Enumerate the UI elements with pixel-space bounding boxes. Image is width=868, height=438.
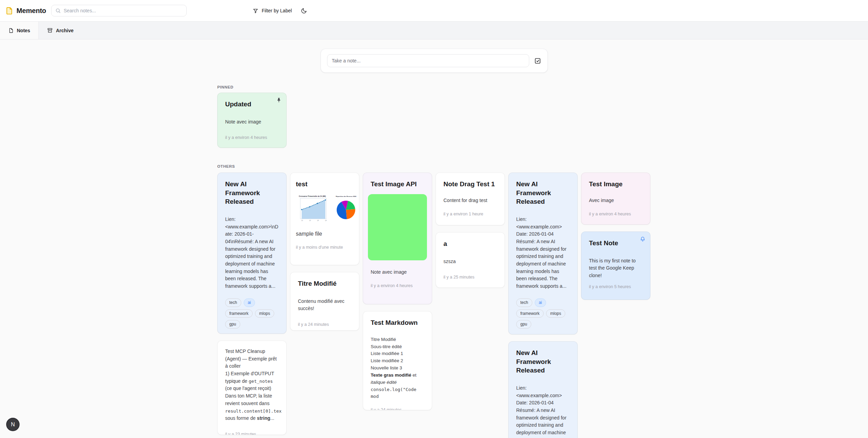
note-card-test-note[interactable]: Test Note This is my first note to test … — [581, 232, 650, 300]
markdown-line: Liste modifiée 2 — [371, 357, 424, 365]
note-timestamp: il y a environ 4 heures — [225, 135, 279, 140]
note-title: New AI Framework Released — [516, 348, 557, 375]
note-body: This is my first note to test the Google… — [589, 257, 643, 280]
search-box[interactable] — [51, 5, 187, 16]
app-logo-icon — [5, 7, 13, 15]
header: Memento Filter by Label — [0, 0, 868, 22]
tag-chip-gpu[interactable]: gpu — [225, 320, 240, 329]
note-timestamp: il y a 23 minutes — [225, 432, 279, 435]
note-title: Note Drag Test 1 — [443, 180, 497, 189]
filter-by-label-text: Filter by Label — [262, 8, 292, 13]
search-icon — [55, 8, 61, 13]
note-body: Content for drag test — [443, 197, 497, 204]
checkbox-icon — [534, 57, 541, 64]
tag-chip-gpu[interactable]: gpu — [516, 320, 531, 329]
tag-chip-tech[interactable]: tech — [516, 298, 532, 307]
pin-icon — [276, 97, 282, 104]
tag-chip-ai[interactable]: ai — [535, 298, 546, 307]
note-card-test-mcp-cleanup[interactable]: Test MCP Cleanup (Agent) — Exemple prêt … — [217, 341, 287, 435]
dark-mode-toggle[interactable] — [301, 8, 307, 14]
note-body: Avec image — [589, 197, 643, 204]
take-a-note-input[interactable] — [327, 54, 529, 67]
markdown-bold-text: Texte gras modifié — [371, 372, 411, 378]
tab-notes-label: Notes — [17, 28, 30, 33]
others-section-label: OTHERS — [217, 164, 651, 168]
note-body: Test MCP Cleanup (Agent) — Exemple prêt … — [225, 348, 279, 422]
note-card-new-ai-framework-3[interactable]: New AI Framework Released Lien: <www.exa… — [508, 341, 578, 438]
pinned-section-label: PINNED — [217, 85, 651, 89]
note-card-new-ai-framework-1[interactable]: New AI Framework Released Lien: <www.exa… — [217, 173, 287, 334]
search-input[interactable] — [63, 8, 183, 13]
note-title: a — [443, 239, 497, 248]
filter-by-label-button[interactable]: Filter by Label — [253, 8, 292, 14]
note-timestamp: il y a 25 minutes — [443, 275, 497, 280]
note-timestamp: il y a 24 minutes — [371, 407, 424, 410]
markdown-line-italic: italique édité — [371, 379, 424, 386]
note-card-test-image-api[interactable]: Test Image API Note avec image il y a en… — [363, 173, 432, 304]
note-body: Contenu modifié avec succès! — [298, 298, 351, 312]
tag-chip-mlops[interactable]: mlops — [255, 309, 274, 318]
svg-text:Q4: Q4 — [325, 220, 327, 221]
tag-chip-framework[interactable]: framework — [516, 309, 544, 318]
app-window: Memento Filter by Label Notes — [0, 0, 868, 438]
note-card-new-ai-framework-2[interactable]: New AI Framework Released Lien: <www.exa… — [508, 173, 578, 334]
tab-notes[interactable]: Notes — [0, 22, 39, 39]
funnel-icon — [253, 8, 258, 14]
note-body: Note avec image — [368, 269, 427, 276]
note-body: Lien: <www.example.com> Date: 2026-01-04… — [516, 216, 570, 290]
user-avatar-button[interactable]: N — [6, 418, 20, 431]
line-chart-thumbnail: Croissance Trimestrielle du CA (M€) Q1Q2… — [296, 194, 329, 224]
note-card-test[interactable]: test Croissance Trimestrielle du CA (M€) — [290, 173, 359, 265]
markdown-line: Titre Modifié — [371, 336, 424, 343]
markdown-line: Liste modifiée 1 — [371, 350, 424, 357]
note-body: Lien: <www.example.com>\nDate: 2026-01-0… — [225, 216, 279, 290]
note-timestamp: il y a environ 4 heures — [589, 212, 643, 216]
tab-archive[interactable]: Archive — [39, 22, 82, 39]
svg-text:Q2: Q2 — [309, 220, 311, 221]
tag-list: tech ai framework mlops gpu — [516, 298, 570, 329]
tag-list: tech ai framework mlops gpu — [225, 298, 279, 329]
reminder-button[interactable] — [639, 236, 646, 242]
note-card-updated[interactable]: Updated Note avec image il y a environ 4… — [217, 93, 287, 148]
tag-chip-ai[interactable]: ai — [244, 298, 255, 307]
markdown-bold-suffix: et — [411, 372, 416, 378]
tag-chip-framework[interactable]: framework — [225, 309, 253, 318]
note-title: Test Image — [589, 180, 643, 189]
unpin-button[interactable] — [276, 97, 282, 104]
board-column-2: test Croissance Trimestrielle du CA (M€) — [290, 173, 359, 331]
note-card-titre-modifie[interactable]: Titre Modifié Contenu modifié avec succè… — [290, 272, 359, 331]
note-card-note-drag-test-1[interactable]: Note Drag Test 1 Content for drag test i… — [436, 173, 505, 225]
tag-chip-mlops[interactable]: mlops — [546, 309, 565, 318]
brand: Memento — [5, 7, 46, 15]
tag-chip-tech[interactable]: tech — [225, 298, 241, 307]
new-checklist-button[interactable] — [534, 57, 541, 64]
note-title: New AI Framework Released — [516, 180, 557, 206]
app-title: Memento — [16, 7, 46, 15]
note-timestamp: il y a environ 4 heures — [368, 283, 427, 288]
mcp-code-get-notes: get_notes — [249, 379, 273, 384]
mcp-code-result-content: result.content[0].tex — [225, 409, 281, 414]
board-column-6: Test Image Avec image il y a environ 4 h… — [581, 173, 650, 300]
note-composer[interactable] — [321, 49, 548, 73]
notes-content: PINNED Updated Note avec image il y a en… — [217, 85, 651, 438]
avatar-initial: N — [11, 422, 15, 428]
notes-board: New AI Framework Released Lien: <www.exa… — [217, 173, 651, 438]
note-timestamp: il y a environ 5 heures — [589, 284, 643, 289]
note-body: Titre Modifié Sous-titre édité Liste mod… — [371, 336, 424, 400]
note-card-a[interactable]: a szsza il y a 25 minutes — [436, 232, 505, 288]
note-image-green — [368, 194, 427, 260]
note-timestamp: il y a 24 minutes — [298, 322, 351, 327]
note-card-test-markdown[interactable]: Test Markdown Titre Modifié Sous-titre é… — [363, 311, 432, 410]
tab-bar: Notes Archive — [0, 22, 868, 39]
note-body: sample file — [296, 230, 354, 238]
note-title: Titre Modifié — [298, 279, 351, 288]
note-title: New AI Framework Released — [225, 180, 266, 206]
note-title: Test Image API — [368, 180, 427, 189]
note-title: Test Note — [589, 239, 643, 248]
note-card-test-image[interactable]: Test Image Avec image il y a environ 4 h… — [581, 173, 650, 225]
markdown-line-bold: Texte gras modifié et — [371, 372, 424, 379]
pie-chart-title: Répartition des Revenus 2024 — [336, 196, 356, 197]
note-body: szsza — [443, 258, 497, 265]
pie-chart-thumbnail: Répartition des Revenus 2024 — [331, 194, 359, 224]
note-title: Updated — [225, 100, 279, 109]
